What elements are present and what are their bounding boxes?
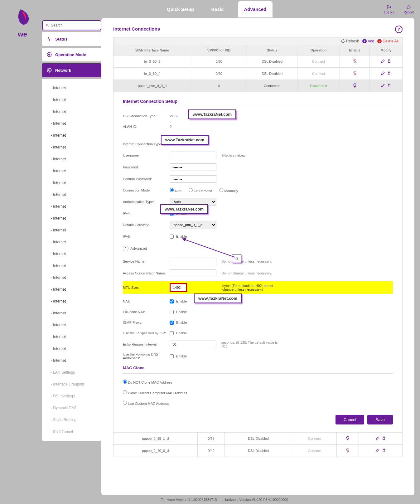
username-input[interactable] (170, 152, 216, 159)
sub-internet[interactable]: - Internet (42, 236, 101, 248)
service-name-input[interactable] (170, 258, 216, 265)
operation-link[interactable]: Connect (292, 433, 337, 445)
svg-line-13 (409, 6, 410, 6)
refresh-icon (341, 39, 345, 43)
mode-auto[interactable]: Auto (170, 188, 181, 193)
enable-toggle[interactable] (336, 433, 359, 445)
conn-mode-label: Connection Mode: (123, 188, 170, 192)
cancel-button[interactable]: Cancel (336, 415, 364, 424)
mac-opt-none[interactable]: Do NOT Clone MAC Address (123, 380, 172, 384)
modify-cell[interactable] (370, 80, 403, 92)
gateway-select[interactable]: pppoe_ptm_0_0_d (170, 221, 216, 229)
connections-table: WAN Interface Name VPI/VCI or VID Status… (113, 45, 403, 92)
sub-internet[interactable]: - Internet (42, 331, 101, 343)
ipv6-checkbox[interactable] (170, 235, 174, 239)
sub-internet[interactable]: - Internet (42, 248, 101, 260)
modify-cell[interactable] (370, 56, 403, 68)
sub-lan-settings[interactable]: - LAN Settings (42, 366, 101, 378)
sub-dynamic-dns[interactable]: - Dynamic DNS (42, 402, 101, 414)
modify-cell[interactable] (359, 433, 403, 445)
table-row[interactable]: pppoe_0_35_1_d0/35DSL DisabledConnect (113, 433, 403, 445)
svg-point-1 (46, 24, 48, 26)
mode-manually[interactable]: Manually (219, 188, 238, 193)
sub-internet[interactable]: - Internet (42, 153, 101, 165)
sub-internet[interactable]: - Internet (42, 224, 101, 236)
sub-interface-grouping[interactable]: - Interface Grouping (42, 378, 101, 390)
logout-button[interactable]: Log out (384, 4, 394, 14)
sub-internet[interactable]: - Internet (42, 295, 101, 307)
sub-internet[interactable]: - Internet (42, 212, 101, 224)
tab-advanced[interactable]: Advanced (238, 1, 273, 17)
mtu-label: MTU Size: (123, 286, 170, 289)
enable-toggle[interactable] (336, 445, 359, 457)
password-input[interactable] (170, 163, 216, 171)
sidebar-item-network[interactable]: Network (42, 63, 101, 77)
sub-internet[interactable]: - Internet (42, 165, 101, 177)
sub-internet[interactable]: - Internet (42, 106, 101, 118)
enable-toggle[interactable] (340, 56, 369, 68)
modify-cell[interactable] (359, 445, 403, 457)
sidebar-item-operation-mode[interactable]: Operation Mode (42, 48, 101, 61)
sub-internet[interactable]: - Internet (42, 94, 101, 106)
sub-ipv6-tunnel[interactable]: - IPv6 Tunnel (42, 426, 101, 438)
callout-step: 6 (232, 254, 241, 263)
modify-cell[interactable] (370, 68, 403, 80)
mtu-input[interactable] (170, 283, 187, 292)
echo-hint: seconds. (0-120. The default value is 30… (221, 341, 281, 348)
table-row[interactable]: br_0_60_40/60DSL DisabledConnect (113, 68, 403, 80)
sub-internet[interactable]: - Internet (42, 343, 101, 355)
tab-quick-setup[interactable]: Quick Setup (164, 1, 197, 17)
operation-link[interactable]: Disconnect (297, 80, 340, 92)
dns-checkbox[interactable] (170, 354, 174, 358)
operation-link[interactable]: Connect (292, 445, 337, 457)
sub-static-routing[interactable]: - Static Routing (42, 414, 101, 426)
advanced-toggle[interactable]: ⌃Advanced (123, 246, 393, 251)
sub-internet[interactable]: - Internet (42, 284, 101, 295)
sub-internet[interactable]: - Internet (42, 260, 101, 272)
search-input[interactable] (51, 23, 98, 27)
help-icon[interactable]: ? (395, 26, 403, 33)
sub-internet[interactable]: - Internet (42, 141, 101, 153)
add-button[interactable]: +Add (362, 39, 374, 43)
operation-link[interactable]: Connect (297, 56, 340, 68)
sub-internet[interactable]: - Internet (42, 177, 101, 189)
svg-line-11 (409, 8, 410, 8)
sub-internet[interactable]: - Internet (42, 118, 101, 129)
fullcone-checkbox[interactable] (170, 310, 174, 314)
mac-opt-custom[interactable]: Use Custom MAC Address (123, 401, 169, 405)
acn-input[interactable] (170, 269, 216, 277)
sub-internet[interactable]: - Internet (42, 355, 101, 366)
enable-toggle[interactable] (340, 68, 369, 80)
save-button[interactable]: Save (367, 415, 393, 424)
nat-checkbox[interactable] (170, 299, 174, 303)
tab-basic[interactable]: Basic (208, 1, 227, 17)
sub-internet[interactable]: - Internet (42, 189, 101, 201)
igmp-checkbox[interactable] (170, 321, 174, 325)
sub-internet[interactable]: - Internet (42, 82, 101, 94)
sub-internet[interactable]: - Internet (42, 201, 101, 212)
sub-dsl-settings[interactable]: - DSL Settings (42, 390, 101, 402)
sub-internet[interactable]: - Internet (42, 307, 101, 319)
enable-toggle[interactable] (340, 80, 369, 92)
igmp-label: IGMP Proxy: (123, 321, 170, 324)
refresh-button[interactable]: Refresh (341, 39, 359, 43)
table-row[interactable]: br_0_50_30/50DSL DisabledConnect (113, 56, 403, 68)
mode-ondemand[interactable]: On Demand (189, 188, 212, 193)
isp-ip-checkbox[interactable] (170, 331, 174, 335)
mac-opt-clone[interactable]: Clone Current Computer MAC Address (123, 390, 187, 395)
reboot-button[interactable]: Reboot (404, 4, 414, 14)
sub-internet[interactable]: - Internet (42, 129, 101, 141)
delete-all-button[interactable]: −Delete All (377, 39, 398, 43)
footer: Firmware Version:1.1.020061534713 Hardwa… (101, 495, 420, 502)
service-name-label: Service Name: (123, 259, 170, 263)
table-row[interactable]: pppoe_ptm_0_0_d0ConnectedDisconnect (113, 80, 403, 92)
operation-link[interactable]: Connect (297, 68, 340, 80)
acn-hint: Do not change unless necessary. (221, 271, 272, 275)
sub-internet[interactable]: - Internet (42, 319, 101, 331)
search-box[interactable] (42, 20, 101, 30)
echo-input[interactable] (170, 341, 216, 348)
confirm-password-input[interactable] (170, 175, 216, 183)
sub-internet[interactable]: - Internet (42, 272, 101, 284)
sidebar-item-status[interactable]: Status (42, 32, 101, 46)
table-row[interactable]: pppoe_0_40_0_d0/40DSL DisabledConnect (113, 445, 403, 457)
